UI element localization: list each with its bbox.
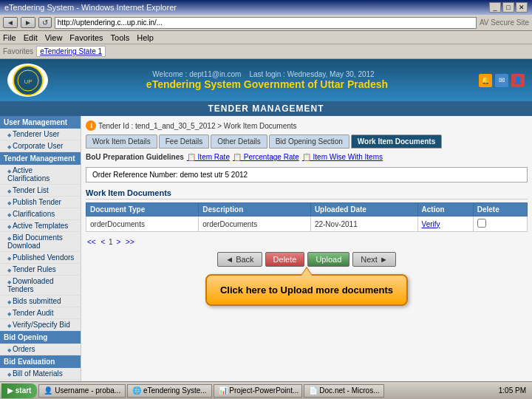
- sidebar-item-bids-submitted[interactable]: Bids submitted: [0, 296, 81, 307]
- work-items-table: Document Type Description Uploaded Date …: [86, 202, 528, 232]
- sidebar-item-corporate-user[interactable]: Corporate User: [0, 140, 81, 152]
- sidebar-header-user-management: User Management: [0, 116, 81, 129]
- pagination[interactable]: << < 1 > >>: [86, 238, 528, 246]
- sidebar-item-downloaded-tenders[interactable]: Downloaded Tenders: [0, 276, 81, 296]
- tab-other-details[interactable]: Other Details: [211, 134, 267, 149]
- last-login-label: Last login: [249, 70, 281, 78]
- sub-tab-item-wise[interactable]: 📋 Item Wise With Items: [302, 153, 383, 161]
- sidebar-item-publish-tender[interactable]: Publish Tender: [0, 197, 81, 208]
- menu-edit[interactable]: Edit: [24, 33, 38, 42]
- bell-icon[interactable]: 🔔: [479, 74, 492, 87]
- page-prev[interactable]: <: [100, 238, 105, 246]
- sidebar-item-bid-documents[interactable]: Bid Documents Download: [0, 232, 81, 252]
- sub-tabs-row: BoU Preparation Guidelines 📋 Item Rate 📋…: [86, 153, 528, 161]
- window-title-bar: eTendering System - Windows Internet Exp…: [0, 0, 532, 15]
- delete-checkbox[interactable]: [477, 219, 486, 228]
- content-area: ℹ Tender Id : tend_1_and_30_5_2012 > Wor…: [81, 116, 532, 399]
- sub-tab-percentage-rate[interactable]: 📋 Percentage Rate: [233, 153, 299, 161]
- table-row: orderDocuments orderDocuments 22-Nov-201…: [86, 216, 528, 232]
- col-action: Action: [417, 203, 473, 216]
- col-delete: Delete: [473, 203, 527, 216]
- next-button[interactable]: Next ►: [352, 252, 396, 267]
- cell-description: orderDocuments: [199, 216, 311, 232]
- window-title: eTendering System - Windows Internet Exp…: [4, 3, 177, 12]
- action-buttons: ◄ Back Delete Upload Next ►: [86, 252, 528, 267]
- ref-value: demo test utr 5 2012: [180, 171, 248, 179]
- taskbar-item-doc[interactable]: 📄 Doc.net - Micros...: [304, 384, 385, 398]
- menu-file[interactable]: File: [3, 33, 16, 42]
- taskbar-item-etendering[interactable]: 🌐 eTendering Syste...: [127, 384, 211, 398]
- menu-view[interactable]: View: [45, 33, 63, 42]
- upload-button[interactable]: Upload: [307, 252, 349, 267]
- tab-work-item-documents[interactable]: Work Item Documents: [351, 134, 442, 149]
- sidebar-item-tenderer-user[interactable]: Tenderer User: [0, 129, 81, 140]
- breadcrumb-text: Tender Id : tend_1_and_30_5_2012 > Work …: [98, 122, 297, 130]
- breadcrumb: ℹ Tender Id : tend_1_and_30_5_2012 > Wor…: [86, 120, 528, 131]
- refresh-button[interactable]: ↺: [38, 17, 52, 28]
- taskbar-clock: 1:05 PM: [494, 386, 531, 395]
- sidebar-item-tender-rules[interactable]: Tender Rules: [0, 264, 81, 276]
- taskbar-item-ppt[interactable]: 📊 Project-PowerPoint...: [214, 384, 302, 398]
- sidebar-item-verify-bid[interactable]: Verify/Specify Bid: [0, 319, 81, 331]
- header-welcome-line: Welcome : dept11@in.com Last login : Wed…: [48, 70, 479, 78]
- tabs-row: Work Item Details Fee Details Other Deta…: [86, 134, 528, 149]
- sidebar-item-active-clarifications[interactable]: Active Clarifications: [0, 165, 81, 185]
- page-next[interactable]: >: [116, 238, 120, 246]
- page-first[interactable]: <<: [87, 238, 96, 246]
- menu-favorites[interactable]: Favorites: [69, 33, 103, 42]
- menu-help[interactable]: Help: [137, 33, 154, 42]
- verify-link[interactable]: Verify: [422, 220, 440, 228]
- sidebar-item-tender-audit[interactable]: Tender Audit: [0, 307, 81, 319]
- page-last[interactable]: >>: [126, 238, 134, 246]
- sidebar-item-bill-of-materials[interactable]: Bill of Materials: [0, 368, 81, 380]
- close-button[interactable]: ✕: [516, 2, 528, 13]
- sub-tab-item-rate[interactable]: 📋 Item Rate: [187, 153, 230, 161]
- cell-delete[interactable]: [473, 216, 527, 232]
- tab-fee-details[interactable]: Fee Details: [159, 134, 210, 149]
- menu-tools[interactable]: Tools: [111, 33, 130, 42]
- upload-callout[interactable]: Click here to Upload more documents: [205, 274, 408, 306]
- nav-bar: TENDER MANAGEMENT: [0, 101, 532, 116]
- sidebar-header-tender-management: Tender Management: [0, 152, 81, 165]
- mail-icon[interactable]: ✉: [495, 74, 508, 87]
- main-layout: User Management Tenderer User Corporate …: [0, 116, 532, 399]
- col-description: Description: [199, 203, 311, 216]
- minimize-button[interactable]: _: [489, 2, 501, 13]
- favorites-label: Favorites: [3, 47, 33, 55]
- sidebar-item-tender-list[interactable]: Tender List: [0, 185, 81, 197]
- forward-nav-button[interactable]: ►: [21, 17, 35, 28]
- sidebar-item-clarifications[interactable]: Clarifications: [0, 208, 81, 220]
- browser-toolbar: ◄ ► ↺ AV Secure Site: [0, 15, 532, 31]
- window-controls[interactable]: _ □ ✕: [489, 2, 528, 13]
- start-button[interactable]: ▶ start: [1, 383, 37, 398]
- page-current: 1: [109, 238, 113, 246]
- cell-uploaded-date: 22-Nov-2011: [310, 216, 417, 232]
- svg-text:UP: UP: [24, 78, 32, 85]
- profile-icon[interactable]: 👤: [511, 74, 525, 87]
- sidebar-header-bid-opening: Bid Opening: [0, 331, 81, 344]
- cell-action[interactable]: Verify: [417, 216, 473, 232]
- header-icons: 🔔 ✉ 👤: [479, 74, 525, 87]
- welcome-label: Welcome: [152, 70, 183, 78]
- back-button[interactable]: ◄ Back: [217, 252, 262, 267]
- callout-container: Click here to Upload more documents: [86, 274, 528, 306]
- sidebar-item-active-templates[interactable]: Active Templates: [0, 220, 81, 232]
- taskbar-item-username[interactable]: 👤 Username - proba...: [38, 384, 126, 398]
- sidebar-item-published-vendors[interactable]: Published Vendors: [0, 252, 81, 264]
- work-items-section-title: Work Item Documents: [86, 188, 528, 200]
- tab-bid-opening-section[interactable]: Bid Opening Section: [269, 134, 349, 149]
- sidebar-header-bid-evaluation: Bid Evaluation: [0, 355, 81, 368]
- maximize-button[interactable]: □: [502, 2, 514, 13]
- site-logo: UP: [7, 64, 48, 97]
- favorites-item-etendering[interactable]: eTendering State 1: [36, 46, 106, 57]
- back-nav-button[interactable]: ◄: [3, 17, 18, 28]
- taskbar: ▶ start 👤 Username - proba... 🌐 eTenderi…: [0, 381, 532, 399]
- tab-work-item-details[interactable]: Work Item Details: [86, 134, 157, 149]
- col-uploaded-date: Uploaded Date: [310, 203, 417, 216]
- sidebar-item-orders[interactable]: Orders: [0, 344, 81, 355]
- menu-bar: File Edit View Favorites Tools Help: [0, 31, 532, 44]
- col-doc-type: Document Type: [86, 203, 199, 216]
- last-login-value: : Wednesday, May 30, 2012: [283, 70, 375, 78]
- address-bar[interactable]: [55, 17, 477, 29]
- delete-button[interactable]: Delete: [265, 252, 305, 267]
